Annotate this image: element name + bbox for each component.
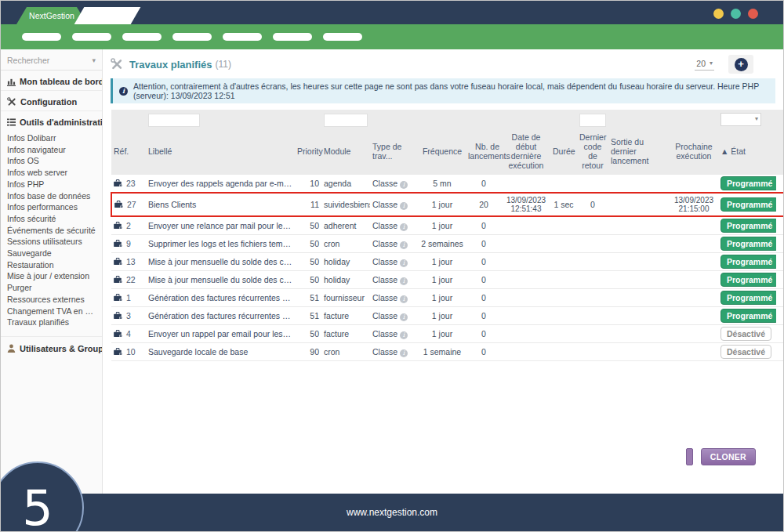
col-header-priority[interactable]: Priority [295,131,321,175]
job-label-link[interactable]: Génération des factures récurrentes (ach… [148,293,292,302]
status-badge: Programmé [720,197,776,212]
job-label-link[interactable]: Mise à jour mensuelle du solde des congé… [148,275,292,284]
sidebar-item[interactable]: Sauvegarde [1,248,102,259]
job-label-link[interactable]: Supprimer les logs et les fichiers tempo… [148,239,292,248]
sidebar-item[interactable]: Changement TVA en mas... [1,306,102,317]
job-ref-link[interactable]: 4 [126,329,131,338]
red-dot-icon[interactable] [748,9,758,19]
info-icon: i [400,349,408,357]
sidebar-item[interactable]: Événements de sécurité [1,225,102,237]
new-job-button[interactable]: + [728,55,753,74]
job-ref-link[interactable]: 9 [126,239,131,248]
sidebar-item[interactable]: Infos navigateur [1,144,102,156]
filter-return_code-input[interactable] [579,114,606,127]
col-header-ref[interactable]: Réf. [111,131,146,175]
col-header-status[interactable]: ▲ État [718,131,776,175]
clone-button[interactable]: CLONER [701,448,756,465]
col-header-duration[interactable]: Durée [550,131,577,175]
nav-item-redacted[interactable] [223,33,262,41]
status-badge: Désactivé [720,327,771,341]
sidebar-item-label: Outils d'administrati... [20,118,102,127]
nav-item-redacted[interactable] [122,33,162,41]
info-icon: i [400,313,408,321]
job-ref-link[interactable]: 27 [127,200,136,209]
job-ref-link[interactable]: 22 [126,275,136,284]
col-header-label[interactable]: Libellé [146,131,295,175]
user-icon [7,344,16,353]
col-header-nb[interactable]: Nb. de lancements [466,131,502,175]
list-icon [7,118,16,126]
nav-item-redacted[interactable] [172,33,212,41]
sidebar-item[interactable]: Sessions utilisateurs [1,236,102,248]
job-label-link[interactable]: Sauvegarde locale de base [148,347,292,356]
chevron-down-icon: ▾ [710,60,713,67]
page-title: Travaux planifiés [129,59,212,71]
job-label-link[interactable]: Envoyer un rappel par email pour les fac… [148,329,292,338]
sidebar-item[interactable]: Infos base de données [1,190,102,202]
nav-item-redacted[interactable] [323,33,362,41]
nav-item-redacted[interactable] [22,33,61,41]
filter-module-input[interactable] [324,114,368,127]
tools-icon [7,97,16,107]
mass-action-handle[interactable] [686,448,693,465]
job-ref-link[interactable]: 3 [126,311,131,320]
col-header-type[interactable]: Type de trav... [370,131,419,175]
nav-pills [22,33,362,41]
table-head: ▾✕Réf.LibelléPriorityModuleType de trav.… [111,110,783,175]
bar-chart-icon [7,78,16,86]
warning-text: Attention, contrairement à d'autres écra… [133,81,769,100]
col-header-next_exec[interactable]: Prochaine exécution [670,131,718,175]
job-label-link[interactable]: Envoyer des rappels agenda par e-mails [148,179,292,188]
page-size-select[interactable]: 20 ▾ [695,59,714,71]
job-ref-link[interactable]: 23 [126,179,136,188]
nav-item-redacted[interactable] [273,33,312,41]
job-label-link[interactable]: Mise à jour mensuelle du solde des congé… [148,257,292,266]
sidebar-item[interactable]: Infos Dolibarr [1,132,102,144]
sidebar-item-dashboard[interactable]: Mon tableau de bord [1,71,102,91]
filter-label-input[interactable] [148,114,200,127]
tools-icon [111,58,123,71]
col-header-module[interactable]: Module [321,131,370,175]
page-size-value: 20 [696,59,706,68]
filter-status-select[interactable]: ▾ [720,113,761,126]
sidebar-item-users-groups[interactable]: Utilisateurs & Group... [1,336,102,357]
sidebar-item[interactable]: Infos PHP [1,179,102,190]
status-badge: Programmé [720,291,776,305]
job-label-link[interactable]: Génération des factures récurrentes (ven… [148,311,292,320]
search-select[interactable]: Rechercher ▾ [1,49,102,71]
sidebar-item[interactable]: Infos OS [1,155,102,167]
cronjob-icon [114,240,123,249]
info-icon: i [119,87,128,96]
col-header-output[interactable]: Sortie du dernier lancement [608,131,670,175]
job-label-link[interactable]: Biens Clients [148,200,292,209]
nav-item-redacted[interactable] [72,33,111,41]
sidebar-item[interactable]: Infos web server [1,167,102,179]
yellow-dot-icon[interactable] [713,9,724,19]
cronjob-icon [114,312,123,321]
job-label-link[interactable]: Envoyer une relance par mail pour les co… [148,221,292,230]
redacted-tab[interactable] [74,7,141,24]
job-ref-link[interactable]: 1 [126,293,131,302]
plus-icon: + [735,58,748,71]
status-badge: Programmé [720,176,776,190]
sidebar-item-admin-tools[interactable]: Outils d'administrati... [1,111,102,131]
sidebar-item[interactable]: Travaux planifiés [1,317,102,328]
job-ref-link[interactable]: 10 [126,347,136,356]
sidebar-item[interactable]: Restauration [1,259,102,271]
cronjob-icon [114,201,124,210]
job-row: 13 Mise à jour mensuelle du solde des co… [111,253,783,271]
job-ref-link[interactable]: 13 [126,257,136,266]
sidebar-item[interactable]: Purger [1,282,102,294]
sidebar-item[interactable]: Mise à jour / extension [1,270,102,282]
col-header-freq[interactable]: Fréquence [419,131,466,175]
sidebar-item[interactable]: Infos sécurité [1,213,102,225]
col-header-return_code[interactable]: Dernier code de retour [577,131,608,175]
job-ref-link[interactable]: 2 [126,221,131,230]
sidebar-item[interactable]: Infos performances [1,201,102,213]
main-navbar [1,24,783,49]
status-badge: Désactivé [720,345,771,359]
sidebar-item-configuration[interactable]: Configuration [1,91,102,111]
sidebar-item[interactable]: Ressources externes [1,294,102,306]
green-dot-icon[interactable] [731,9,741,19]
status-badge: Programmé [720,255,776,269]
